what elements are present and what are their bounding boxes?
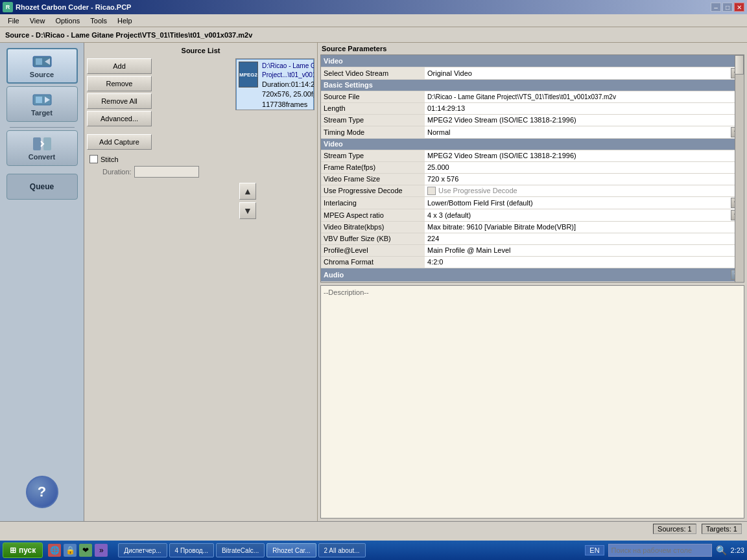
window-title: Rhozet Carbon Coder - Ricao.PCP xyxy=(16,3,131,11)
video-section-label: Video xyxy=(321,55,744,67)
taskbar-clock: 2:23 xyxy=(731,546,744,554)
basic-settings-label: Basic Settings xyxy=(321,79,744,91)
aspect-ratio-val: 4 x 3 (default) ▼ xyxy=(425,209,744,221)
sidebar-queue-label: Queue xyxy=(30,182,54,191)
timing-mode-val: Normal ▼ xyxy=(425,126,744,138)
title-controls: – □ ✕ xyxy=(711,3,744,12)
taskbar-app-4[interactable]: 2 All about... xyxy=(318,543,366,557)
move-up-button[interactable]: ▲ xyxy=(239,183,256,200)
add-capture-button[interactable]: Add Capture xyxy=(87,134,152,150)
advanced-button[interactable]: Advanced... xyxy=(87,111,152,126)
stream-type-video-key: Stream Type xyxy=(321,150,425,161)
add-button[interactable]: Add xyxy=(87,58,152,74)
timing-mode-value: Normal xyxy=(427,128,731,136)
source-icon xyxy=(32,54,53,69)
language-indicator[interactable]: EN xyxy=(585,545,604,555)
sidebar-convert-label: Convert xyxy=(29,153,56,161)
help-icon: ? xyxy=(38,484,46,500)
file-name: D:\Ricao - Lame Gitane Project...\t01_v0… xyxy=(262,62,314,80)
start-button[interactable]: ⊞ пуск xyxy=(3,542,43,558)
file-list: MPEG2 D:\Ricao - Lame Gitane Project...\… xyxy=(235,58,314,110)
vbv-buffer-key: VBV Buffer Size (KB) xyxy=(321,233,425,244)
scroll-thumb[interactable] xyxy=(735,55,744,75)
sidebar-item-convert[interactable]: Convert xyxy=(6,130,78,166)
arrow-buttons: ▲ ▼ xyxy=(165,183,314,219)
aspect-ratio-value: 4 x 3 (default) xyxy=(427,211,731,219)
svg-rect-6 xyxy=(33,137,41,150)
description-area: --Description-- xyxy=(320,285,744,519)
description-label: --Description-- xyxy=(324,288,369,296)
title-left: R Rhozet Carbon Coder - Ricao.PCP xyxy=(3,2,131,12)
titlebar: R Rhozet Carbon Coder - Ricao.PCP – □ ✕ xyxy=(0,0,747,14)
video-bitrate-row: Video Bitrate(kbps) Max bitrate: 9610 [V… xyxy=(321,221,744,233)
source-file-key: Source File xyxy=(321,91,425,102)
video2-section-label: Video xyxy=(321,138,744,150)
stream-type-basic-key: Stream Type xyxy=(321,114,425,126)
windows-icon: ⊞ xyxy=(10,546,16,555)
main-area: Source Target Convert Queue ? xyxy=(0,43,747,521)
taskbar-search-input[interactable] xyxy=(608,544,712,557)
minimize-button[interactable]: – xyxy=(711,3,721,12)
svg-rect-1 xyxy=(36,58,42,65)
duration-input[interactable] xyxy=(134,166,199,178)
taskbar-apps: Диспетчер... 4 Провод... BitrateCalc... … xyxy=(118,543,585,557)
stream-type-basic-val: MPEG2 Video Stream (ISO/IEC 13818-2:1996… xyxy=(425,114,744,126)
progressive-decode-key: Use Progressive Decode xyxy=(321,185,425,196)
taskbar-app-2[interactable]: BitrateCalc... xyxy=(216,543,265,557)
params-table: Video Select Video Stream Original Video… xyxy=(321,55,744,282)
stream-type-video-row: Stream Type MPEG2 Video Stream (ISO/IEC … xyxy=(321,150,744,161)
audio-section-header: Audio ▼ xyxy=(321,268,744,281)
progressive-decode-label: Use Progressive Decode xyxy=(438,187,517,194)
move-down-button[interactable]: ▼ xyxy=(239,202,256,219)
menu-help[interactable]: Help xyxy=(112,16,137,26)
svg-rect-4 xyxy=(36,97,42,103)
params-header: Source Parameters xyxy=(318,43,747,54)
file-duration: Duration:01:14:29:13 xyxy=(262,80,314,89)
targets-status: Targets: 1 xyxy=(702,524,742,534)
sidebar-target-label: Target xyxy=(31,109,53,117)
length-val: 01:14:29:13 xyxy=(425,102,744,114)
taskbar-icon-3[interactable]: ❤ xyxy=(79,544,92,557)
sidebar-item-queue[interactable]: Queue xyxy=(6,174,78,200)
aspect-ratio-key: MPEG Aspect ratio xyxy=(321,209,425,221)
video-bitrate-key: Video Bitrate(kbps) xyxy=(321,221,425,233)
maximize-button[interactable]: □ xyxy=(722,3,733,12)
source-list-header: Source List xyxy=(87,45,314,56)
menu-tools[interactable]: Tools xyxy=(85,16,112,26)
statusbar: Sources: 1 Targets: 1 xyxy=(0,521,747,535)
aspect-ratio-row: MPEG Aspect ratio 4 x 3 (default) ▼ xyxy=(321,209,744,221)
sidebar: Source Target Convert Queue ? xyxy=(0,43,84,521)
progressive-decode-val: Use Progressive Decode xyxy=(425,185,744,196)
file-item[interactable]: MPEG2 D:\Ricao - Lame Gitane Project...\… xyxy=(236,59,314,110)
params-panel: Source Parameters Video Select Video Str… xyxy=(318,43,747,521)
sidebar-item-target[interactable]: Target xyxy=(6,86,78,122)
source-list-buttons: Add Remove Remove All Advanced... Add Ca… xyxy=(87,58,158,150)
stream-type-video-val: MPEG2 Video Stream (ISO/IEC 13818-2:1996… xyxy=(425,150,744,161)
stitch-checkbox[interactable] xyxy=(89,155,98,163)
taskbar-icon-4[interactable]: » xyxy=(95,544,108,557)
progressive-decode-checkbox-row: Use Progressive Decode xyxy=(427,187,741,195)
taskbar-icon-1[interactable]: 🌐 xyxy=(48,544,61,557)
params-table-area: Video Select Video Stream Original Video… xyxy=(320,54,744,283)
chroma-format-val: 4:2:0 xyxy=(425,256,744,268)
help-button[interactable]: ? xyxy=(26,476,58,508)
close-button[interactable]: ✕ xyxy=(734,3,744,12)
file-info: D:\Ricao - Lame Gitane Project...\t01_v0… xyxy=(262,62,314,110)
remove-all-button[interactable]: Remove All xyxy=(87,93,152,109)
taskbar-app-3[interactable]: Rhozet Car... xyxy=(267,543,316,557)
taskbar: ⊞ пуск 🌐 🔒 ❤ » Диспетчер... 4 Провод... … xyxy=(0,541,747,560)
progressive-decode-checkbox[interactable] xyxy=(427,187,436,195)
video-frame-size-val: 720 x 576 xyxy=(425,173,744,185)
sidebar-item-source[interactable]: Source xyxy=(6,48,78,84)
select-video-stream-val: Original Video ▼ xyxy=(425,67,744,79)
profile-level-key: Profile@Level xyxy=(321,244,425,256)
source-file-val: D:\Ricao - Lame Gitane Project\VTS_01\Ti… xyxy=(425,91,744,102)
remove-button[interactable]: Remove xyxy=(87,76,152,91)
menu-options[interactable]: Options xyxy=(50,16,85,26)
taskbar-icon-2[interactable]: 🔒 xyxy=(64,544,77,557)
menu-file[interactable]: File xyxy=(3,16,25,26)
taskbar-app-1[interactable]: 4 Провод... xyxy=(169,543,214,557)
taskbar-app-0[interactable]: Диспетчер... xyxy=(118,543,167,557)
menu-view[interactable]: View xyxy=(25,16,51,26)
file-specs: 720x576, 25.00fps, 117738frames xyxy=(262,89,314,110)
